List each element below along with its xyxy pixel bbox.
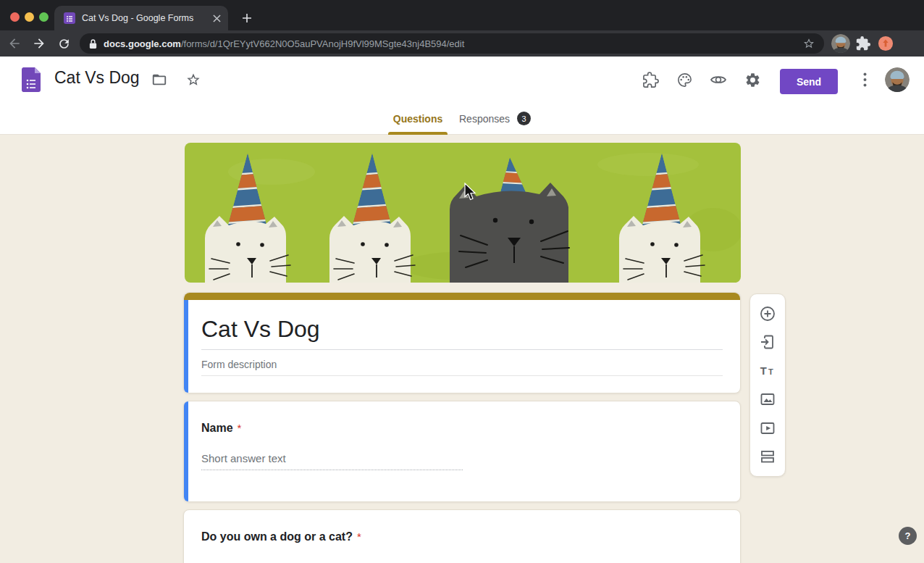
- question-label: Name*: [201, 422, 241, 435]
- form-tabs: Questions Responses 3: [0, 103, 924, 135]
- add-image-button[interactable]: [759, 391, 776, 408]
- new-tab-button[interactable]: [238, 9, 256, 28]
- tab-questions-label: Questions: [393, 113, 442, 125]
- description-divider: [201, 375, 723, 376]
- url-path: /forms/d/1QrEYytV662N0O5auPVAnojH9fVl99M…: [181, 38, 464, 49]
- party-cats-illustration: [185, 143, 741, 283]
- question-card-name[interactable]: Name* Short answer text: [183, 401, 741, 502]
- browser-window: Cat Vs Dog - Google Forms: [0, 0, 924, 563]
- url-text: docs.google.com/forms/d/1QrEYytV662N0O5a…: [104, 38, 802, 49]
- eye-icon: [710, 71, 727, 88]
- gear-icon: [744, 72, 761, 88]
- add-video-button[interactable]: [759, 420, 776, 437]
- back-arrow-icon: [7, 36, 22, 51]
- forward-arrow-icon: [32, 36, 46, 51]
- selected-indicator-bar: [184, 300, 188, 393]
- document-title[interactable]: Cat Vs Dog: [54, 68, 140, 88]
- import-questions-button[interactable]: [759, 333, 776, 351]
- add-ons-button[interactable]: [642, 71, 659, 88]
- browser-titlebar: Cat Vs Dog - Google Forms: [0, 0, 924, 30]
- address-bar[interactable]: docs.google.com/forms/d/1QrEYytV662N0O5a…: [80, 33, 824, 54]
- customize-theme-button[interactable]: [676, 71, 693, 88]
- tab-questions[interactable]: Questions: [388, 103, 448, 135]
- add-circle-icon: [759, 305, 776, 322]
- question-toolbar: T T: [749, 293, 786, 477]
- account-avatar[interactable]: [885, 67, 910, 92]
- add-section-button[interactable]: [759, 448, 776, 465]
- image-icon: [759, 391, 776, 408]
- palette-icon: [676, 72, 693, 88]
- reload-icon: [57, 37, 71, 51]
- back-button[interactable]: [4, 33, 25, 54]
- required-asterisk: *: [238, 422, 242, 434]
- selected-indicator-bar: [184, 401, 188, 501]
- short-answer-placeholder: Short answer text: [201, 452, 286, 464]
- required-asterisk: *: [357, 530, 361, 543]
- puzzle-extensions-icon[interactable]: [855, 36, 871, 51]
- browser-tab[interactable]: Cat Vs Dog - Google Forms: [54, 6, 228, 30]
- kebab-menu-icon: [863, 72, 867, 87]
- form-editor-area: Cat Vs Dog Form description Name* Short …: [0, 135, 924, 563]
- add-question-button[interactable]: [759, 305, 776, 322]
- url-domain: docs.google.com: [104, 38, 181, 49]
- responses-count-badge: 3: [517, 112, 531, 125]
- puzzle-addons-icon: [642, 72, 659, 88]
- browser-toolbar: docs.google.com/forms/d/1QrEYytV662N0O5a…: [0, 30, 924, 57]
- forms-logo-icon[interactable]: [22, 67, 41, 92]
- theme-color-bar: [184, 293, 740, 300]
- svg-text:T: T: [768, 367, 773, 375]
- zoom-window-button[interactable]: [39, 12, 49, 22]
- send-button[interactable]: Send: [780, 69, 838, 94]
- reload-button[interactable]: [54, 33, 74, 54]
- star-icon: [185, 72, 201, 88]
- question-card-dog-or-cat[interactable]: Do you own a dog or a cat?*: [183, 509, 741, 563]
- close-tab-icon[interactable]: [213, 14, 221, 22]
- profile-photo: [831, 34, 850, 53]
- question-title[interactable]: Name: [201, 422, 233, 434]
- lock-icon: [88, 38, 98, 49]
- preview-button[interactable]: [710, 71, 727, 88]
- update-profile-badge-icon[interactable]: [878, 36, 894, 51]
- forms-favicon: [64, 12, 75, 24]
- add-title-description-button[interactable]: T T: [759, 362, 776, 380]
- help-button[interactable]: ?: [899, 527, 917, 545]
- folder-icon: [151, 72, 167, 88]
- star-form-button[interactable]: [185, 71, 202, 88]
- text-title-icon: T T: [759, 362, 776, 380]
- extensions-area: [831, 35, 894, 52]
- move-to-folder-button[interactable]: [151, 71, 168, 88]
- question-label: Do you own a dog or a cat?*: [201, 530, 361, 543]
- form-title-card[interactable]: Cat Vs Dog Form description: [183, 292, 741, 393]
- form-header-image[interactable]: [185, 143, 741, 283]
- tab-responses[interactable]: Responses: [459, 103, 510, 135]
- bookmark-star-icon[interactable]: [802, 37, 815, 50]
- answer-field-underline: [201, 470, 463, 470]
- title-divider: [201, 349, 723, 350]
- tab-title: Cat Vs Dog - Google Forms: [82, 13, 213, 23]
- import-icon: [759, 333, 776, 351]
- more-options-button[interactable]: [856, 71, 873, 88]
- account-photo: [885, 67, 910, 92]
- form-title-input[interactable]: Cat Vs Dog: [201, 316, 320, 343]
- plus-icon: [242, 13, 252, 23]
- tab-responses-label: Responses: [459, 113, 510, 125]
- browser-profile-avatar[interactable]: [831, 34, 850, 53]
- forms-header: Cat Vs Dog: [0, 57, 924, 103]
- close-window-button[interactable]: [10, 12, 20, 22]
- forward-button[interactable]: [29, 33, 49, 54]
- minimize-window-button[interactable]: [25, 12, 34, 22]
- question-title[interactable]: Do you own a dog or a cat?: [201, 530, 353, 543]
- section-icon: [759, 448, 776, 465]
- form-description-input[interactable]: Form description: [201, 359, 277, 370]
- settings-button[interactable]: [744, 71, 761, 88]
- svg-text:T: T: [760, 364, 767, 376]
- video-icon: [759, 420, 776, 437]
